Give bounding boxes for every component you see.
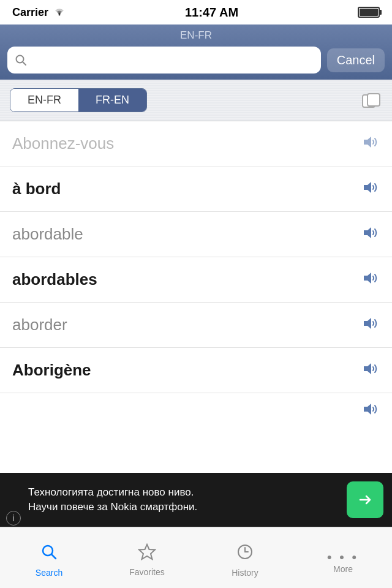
tab-favorites-label: Favorites: [129, 567, 165, 577]
speaker-icon[interactable]: [361, 271, 380, 289]
search-header: EN-FR Cancel: [0, 24, 392, 80]
search-row: Cancel: [7, 47, 385, 74]
favorites-tab-icon: [138, 543, 156, 565]
tab-search[interactable]: Search: [0, 538, 98, 578]
lang-en-fr-button[interactable]: EN-FR: [10, 89, 78, 111]
word-list: Abonnez-vous à bord abordable: [0, 121, 392, 418]
battery-icon: [358, 7, 380, 18]
svg-marker-6: [364, 182, 371, 193]
svg-marker-9: [364, 318, 371, 329]
word-item[interactable]: Abonnez-vous: [0, 121, 392, 167]
ad-info-icon: i: [6, 511, 21, 526]
word-item-partial[interactable]: [0, 393, 392, 418]
tab-more[interactable]: ● ● ● More: [294, 542, 392, 574]
copy-icon[interactable]: [360, 91, 382, 110]
ad-arrow-button[interactable]: [347, 481, 383, 518]
wifi-icon: [53, 6, 66, 19]
word-text: abordable: [12, 225, 83, 244]
speaker-icon[interactable]: [361, 316, 380, 334]
status-bar: Carrier 11:47 AM: [0, 0, 392, 24]
svg-marker-8: [364, 273, 371, 284]
svg-marker-11: [364, 404, 371, 415]
tab-favorites[interactable]: Favorites: [98, 538, 196, 577]
svg-marker-7: [364, 227, 371, 238]
word-item[interactable]: Aborigène: [0, 348, 392, 393]
svg-point-0: [59, 13, 61, 15]
svg-line-2: [23, 62, 26, 65]
battery-indicator: [358, 7, 380, 18]
tab-bar: Search Favorites History ● ● ● More: [0, 527, 392, 588]
more-tab-icon: ● ● ●: [326, 547, 359, 562]
language-area: EN-FR FR-EN: [0, 80, 392, 121]
tab-more-label: More: [333, 564, 353, 574]
word-item[interactable]: abordable: [0, 212, 392, 257]
tab-history-label: History: [232, 568, 258, 578]
speaker-icon[interactable]: [361, 135, 380, 153]
cancel-button[interactable]: Cancel: [327, 48, 385, 72]
speaker-icon[interactable]: [361, 225, 380, 244]
speaker-icon[interactable]: [361, 361, 380, 380]
svg-line-13: [51, 554, 56, 559]
word-item[interactable]: aborder: [0, 303, 392, 348]
carrier-info: Carrier: [12, 6, 66, 19]
search-tab-icon: [40, 543, 58, 565]
svg-marker-5: [364, 137, 371, 148]
search-bar[interactable]: [7, 47, 321, 74]
clock: 11:47 AM: [185, 6, 238, 20]
word-item[interactable]: à bord: [0, 167, 392, 212]
carrier-label: Carrier: [12, 6, 48, 19]
word-item[interactable]: abordables: [0, 257, 392, 303]
svg-marker-14: [139, 545, 155, 559]
word-text: Aborigène: [12, 361, 91, 380]
word-text: à bord: [12, 179, 61, 198]
speaker-icon[interactable]: [361, 180, 380, 198]
header-title: EN-FR: [7, 29, 385, 42]
search-icon: [15, 54, 27, 66]
tab-history[interactable]: History: [196, 538, 294, 578]
svg-marker-10: [364, 363, 371, 374]
ad-text: Технологията достигна ново ниво. Научи п…: [28, 485, 339, 514]
svg-rect-4: [368, 94, 380, 106]
word-text: abordables: [12, 270, 97, 289]
lang-fr-en-button[interactable]: FR-EN: [78, 89, 146, 111]
tab-search-label: Search: [36, 568, 62, 578]
ad-banner[interactable]: i Технологията достигна ново ниво. Научи…: [0, 473, 392, 527]
speaker-icon[interactable]: [361, 402, 380, 418]
word-text: aborder: [12, 315, 67, 334]
word-text: Abonnez-vous: [12, 134, 114, 153]
language-toggle[interactable]: EN-FR FR-EN: [10, 88, 147, 112]
history-tab-icon: [236, 543, 254, 565]
search-input[interactable]: [32, 54, 314, 66]
